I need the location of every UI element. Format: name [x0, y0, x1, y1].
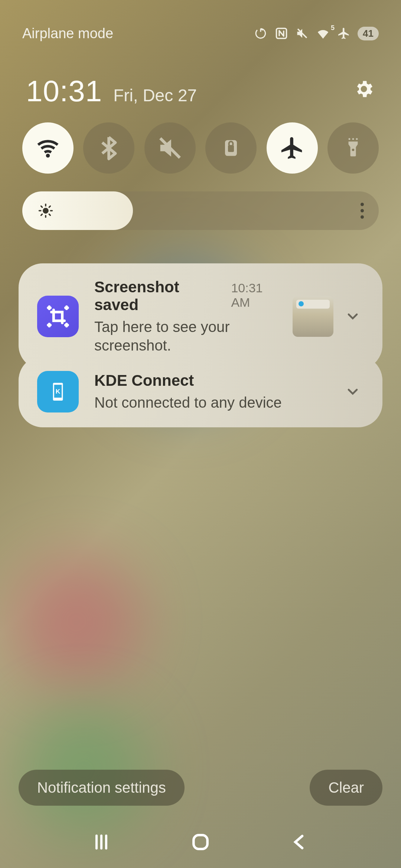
rotation-lock-icon [219, 136, 243, 160]
status-bar: Airplane mode 5 41 [0, 0, 401, 67]
wifi-icon [35, 135, 61, 161]
battery-indicator: 41 [358, 27, 379, 40]
svg-line-17 [41, 214, 42, 215]
svg-point-6 [352, 149, 355, 151]
svg-rect-25 [193, 835, 207, 849]
qs-rotation-lock-toggle[interactable] [205, 122, 257, 174]
sun-icon [38, 203, 53, 218]
notification-thumbnail[interactable] [293, 296, 333, 337]
qs-wifi-toggle[interactable] [22, 122, 74, 174]
chevron-down-icon [345, 384, 361, 400]
svg-text:K: K [56, 388, 61, 395]
expand-button[interactable] [342, 381, 364, 403]
sync-icon [254, 26, 268, 40]
app-icon-screenshot [37, 296, 79, 337]
airplane-icon [337, 26, 351, 40]
back-button[interactable] [277, 831, 322, 853]
home-icon [190, 832, 211, 852]
notification-settings-button[interactable]: Notification settings [19, 770, 185, 806]
speaker-mute-icon [157, 135, 183, 161]
notification-card[interactable]: K KDE Connect Not connected to any devic… [19, 356, 382, 427]
home-button[interactable] [178, 831, 223, 853]
clock-time[interactable]: 10:31 [26, 74, 102, 108]
expand-button[interactable] [342, 305, 364, 328]
svg-point-9 [356, 138, 358, 140]
qs-airplane-toggle[interactable] [267, 122, 318, 174]
notification-content: Screenshot saved 10:31 AM Tap here to se… [94, 278, 282, 355]
svg-line-18 [49, 206, 50, 207]
notification-time: 10:31 AM [231, 281, 282, 310]
notification-title: Screenshot saved [94, 278, 222, 314]
panel-header: 10:31 Fri, Dec 27 [0, 74, 401, 108]
brightness-slider[interactable] [22, 191, 379, 230]
carrier-label: Airplane mode [22, 26, 113, 42]
qs-flashlight-toggle[interactable] [327, 122, 379, 174]
notification-content: KDE Connect Not connected to any device [94, 372, 333, 412]
svg-point-10 [43, 208, 49, 214]
gear-icon [353, 78, 375, 100]
svg-line-15 [41, 206, 42, 207]
notification-title: KDE Connect [94, 372, 194, 389]
crop-icon [45, 303, 71, 329]
navigation-bar [0, 816, 401, 868]
recents-button[interactable] [79, 831, 124, 853]
bottom-actions: Notification settings Clear [19, 770, 382, 806]
notification-card[interactable]: Screenshot saved 10:31 AM Tap here to se… [19, 263, 382, 369]
back-icon [289, 832, 310, 852]
flashlight-icon [342, 137, 364, 159]
brightness-fill [22, 191, 133, 230]
status-icons: 5 41 [254, 26, 379, 40]
svg-point-8 [352, 138, 354, 140]
svg-rect-5 [228, 145, 234, 152]
nfc-icon [274, 26, 288, 40]
clock-date[interactable]: Fri, Dec 27 [113, 85, 197, 105]
notification-body: Tap here to see your screenshot. [94, 318, 282, 355]
app-icon-kdeconnect: K [37, 371, 79, 412]
bluetooth-icon [96, 135, 122, 161]
phone-icon: K [46, 380, 70, 404]
svg-line-16 [49, 214, 50, 215]
settings-button[interactable] [353, 78, 375, 100]
chevron-down-icon [345, 308, 361, 325]
notification-body: Not connected to any device [94, 393, 333, 412]
quick-settings-row [22, 122, 379, 174]
recents-icon [90, 832, 113, 852]
svg-point-7 [348, 138, 350, 140]
airplane-icon [279, 135, 305, 161]
wifi-icon: 5 [316, 26, 330, 40]
mute-icon [295, 26, 309, 40]
svg-point-2 [46, 154, 50, 158]
clear-button[interactable]: Clear [310, 770, 382, 806]
qs-mute-toggle[interactable] [144, 122, 196, 174]
brightness-more-button[interactable] [361, 203, 364, 219]
qs-bluetooth-toggle[interactable] [83, 122, 134, 174]
